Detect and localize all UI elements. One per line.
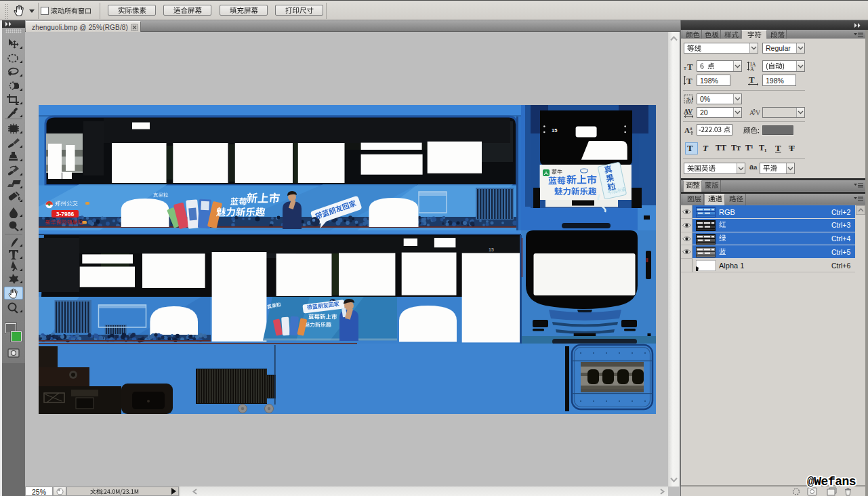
- svg-text:A: A: [750, 66, 754, 71]
- svg-text:15: 15: [552, 127, 557, 133]
- svg-text:A: A: [684, 126, 690, 134]
- svg-text:3-7986: 3-7986: [56, 211, 75, 218]
- svg-text:T: T: [749, 75, 755, 85]
- svg-text:あ: あ: [686, 96, 692, 103]
- svg-text:T: T: [686, 76, 693, 85]
- svg-text:A̲V̲: A̲V̲: [684, 108, 693, 115]
- svg-text:A⁄V: A⁄V: [749, 109, 760, 117]
- svg-text:T: T: [687, 62, 693, 70]
- svg-text:т: т: [684, 64, 686, 70]
- svg-text:a: a: [690, 125, 693, 131]
- svg-text:15: 15: [489, 247, 494, 252]
